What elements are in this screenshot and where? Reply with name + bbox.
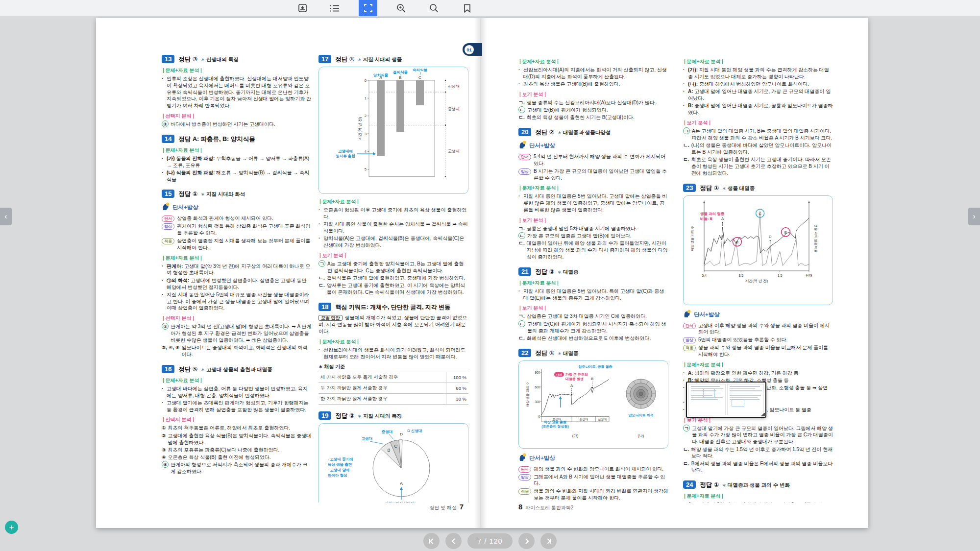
choice-mark: ㄱ.	[518, 99, 525, 106]
clue-idea-heading: 단서+발상	[162, 202, 312, 213]
svg-text:(오존층이 형성됨): (오존층이 형성됨)	[541, 425, 569, 429]
idea-head-icon	[683, 310, 691, 318]
fullscreen-button[interactable]	[359, 0, 377, 16]
prev-page-button[interactable]	[445, 533, 462, 549]
grading-table: 세 가지 까닭을 모두 옳게 서술한 경우100 %두 가지 까닭만 옳게 서술…	[318, 372, 468, 405]
choice-line: ①판게아는 약 3억 년 전(고생대 말)에 형성된 초대륙이다. ➡ A 판게…	[162, 323, 312, 343]
svg-text:B: B	[736, 240, 738, 244]
choice-line: ①최초의 척추동물은 어류로, 해양에서 최초로 출현하였다.	[162, 425, 312, 431]
zoom-in-button[interactable]	[392, 0, 410, 16]
correct-answer-mark: ㄱ	[318, 260, 325, 267]
bullet-text: 오존층이 형성된 이후 고생대 중기에 최초의 육상 생물이 출현하였다.	[323, 207, 468, 220]
topic-label: 생물 대멸종	[728, 185, 755, 192]
bullet-line: ·(가) 동물의 진화 과정: 무척추동물 → 어류 → 양서류 → 파충류(A…	[162, 155, 312, 169]
clue-text: 해양 생물 과의 수 변화와 암모나이트 화석이 제시되어 있다.	[534, 466, 668, 473]
choice-text: 최초의 육상 생물이 출현한 시기는 B(고생대)이다.	[527, 114, 668, 121]
svg-text:(나): (나)	[638, 433, 644, 438]
clue-text: 그래프에서 A와 B 시기에 일어난 생물 대멸종을 추론할 수 있다.	[534, 474, 668, 487]
analysis-section-label: | 문제+자료 분석 |	[319, 338, 468, 345]
answer-item-header: 20정답 ②∗대멸종과 생물다양성	[518, 128, 668, 137]
search-button[interactable]	[424, 0, 443, 16]
topic-star: ∗	[558, 130, 562, 135]
svg-text:300: 300	[535, 400, 540, 403]
topic-star: ∗	[558, 351, 562, 356]
bullet-dot: ·	[318, 347, 323, 360]
answer-text: 정답 ①	[535, 349, 554, 358]
clue-badge: 발상	[518, 168, 531, 175]
bullet-line: ·(나): 중생대 해양에서 번성하였던 암모나이트 화석이다.	[683, 81, 833, 88]
bookmark-button[interactable]	[458, 0, 476, 16]
clue-line: 단서5.4억 년 전부터 현재까지 해양 생물 과의 수 변화가 제시되어 있다…	[518, 153, 668, 167]
analysis-section-label: | 문제+자료 분석 |	[519, 280, 668, 287]
last-page-button[interactable]	[540, 533, 557, 549]
item-number-badge: 16	[162, 365, 174, 373]
outline-list-button[interactable]	[325, 0, 344, 16]
correct-answer-mark: ㄱ	[683, 425, 690, 431]
topic-label: 대멸종	[563, 350, 579, 357]
bullet-text: B: 중생대 말에 일어난 대멸종 시기로, 공룡과 암모나이트가 멸종하였다.	[688, 102, 833, 116]
footer-label: 자이스토리 통합과학2	[525, 505, 573, 510]
bullet-line: ·(가): 지질 시대 동안 해양 생물 과의 수는 급격하게 감소하는 대멸종…	[683, 67, 833, 80]
thumbnail-resize-handle[interactable]	[761, 412, 765, 416]
list-icon	[330, 4, 340, 12]
chapter-number: 01	[465, 45, 474, 54]
download-button[interactable]	[293, 0, 312, 16]
svg-text:C: C	[394, 444, 398, 449]
choice-section-label: | 선택지 분석 |	[163, 315, 312, 322]
svg-text:2: 2	[365, 114, 367, 118]
model-answer: 모범 답안생물체의 개체수가 적었고, 생물에 단단한 골격이 없었으며, 지각…	[318, 314, 468, 335]
svg-text:판게아 형성: 판게아 형성	[328, 473, 347, 478]
table-cell-percent: 100 %	[446, 372, 468, 383]
bullet-text: (나) 식물의 진화 과정: 해조류 → 양치식물(B) → 겉씨식물 → 속씨…	[167, 169, 312, 183]
topic-star: ∗	[201, 192, 205, 197]
item-number-badge: 24	[683, 480, 696, 489]
extinction-rate-chart: 5.43.51.5현재시간(억 년 전)해양 생물 과의 수생물 과의 멸종 비…	[686, 197, 830, 301]
prev-spread-arrow[interactable]: ‹	[0, 208, 12, 225]
clue-line: 단서삼엽충 화석과 판게아 형성이 제시되어 있다.	[162, 215, 312, 222]
choice-mark: ㄷ.	[518, 114, 525, 121]
choice-mark: ㄴ.	[683, 142, 689, 156]
clue-text: 판게아가 형성된 것을 통해 삼엽충 화석은 고생대 표준 화석임을 추론할 수…	[177, 223, 312, 237]
clue-line: 발상5번의 대멸종이 있었음을 추론할 수 있다.	[683, 336, 833, 343]
svg-text:· 고생대 중기에: · 고생대 중기에	[328, 457, 353, 461]
answer-text: 정답 ①	[700, 481, 719, 489]
clue-line: 발상그래프에서 A와 B 시기에 일어난 생물 대멸종을 추론할 수 있다.	[518, 474, 668, 487]
bullet-dot: ·	[162, 277, 167, 291]
item-number-badge: 19	[318, 411, 331, 420]
svg-text:900: 900	[535, 370, 540, 374]
choice-line: ㄷ.최초의 육상 생물이 출현한 시기는 B(고생대)이다.	[518, 114, 668, 121]
correct-answer-mark: ㄴ	[518, 106, 525, 113]
item-number-badge: 23	[683, 184, 696, 192]
clue-text: 5번의 대멸종이 있었음을 추론할 수 있다.	[698, 336, 833, 343]
bullet-text: (나): 중생대 해양에서 번성하였던 암모나이트 화석이다.	[688, 81, 833, 88]
svg-text:암모나이트, 공룡 멸종: 암모나이트, 공룡 멸종	[579, 365, 612, 369]
search-icon	[429, 3, 439, 13]
choice-section-label: | 보기 분석 |	[684, 120, 833, 126]
choice-line: ㄴ고생대 말(C)에 판게아가 형성되면서 서식지가 축소되어 해양 생물의 종…	[518, 321, 668, 335]
next-spread-arrow[interactable]: ›	[968, 208, 980, 225]
clue-badge: 단서	[518, 466, 531, 473]
choice-line: ㄷ.B에서의 생물 과의 멸종 비율은 E에서의 생물 과의 멸종 비율보다 낮…	[683, 460, 833, 474]
answer-item-header: 13정답 ③∗신생대의 특징	[162, 55, 312, 64]
left-page-column-2: 17정답 ①∗지질 시대의 생물012345시간(억 년 전)신생대중생대고생대…	[318, 55, 468, 503]
answer-item-header: 14정답 A: 파충류, B: 양치식물	[162, 135, 312, 144]
choice-text: 양서류는 고생대 중기에 출현하였고, 이 시기에 육상에는 양치식물이 존재하…	[327, 282, 468, 296]
bullet-line: ·지질 시대 동안 일어난 5번의 대규모 멸종 사건을 생물 대멸종이라고 한…	[162, 291, 312, 311]
bullet-text: 지질 시대 동안 대멸종은 5번 일어났다. 특히 고생대 말(C)과 중생대 …	[523, 288, 668, 302]
next-page-button[interactable]	[518, 533, 535, 549]
page-navigation: 7 / 120	[0, 531, 980, 551]
choice-line: ㄷ.화폐석은 신생대에 번성하였으므로 E 이후에 번성하였다.	[518, 335, 668, 342]
table-cell-criteria: 세 가지 까닭을 모두 옳게 서술한 경우	[318, 372, 446, 383]
table-cell-percent: 30 %	[446, 394, 468, 404]
answer-item-header: 19정답 ②∗지질 시대의 특징	[318, 411, 468, 420]
choice-text: (나)의 생물은 중생대에 바다에 살았던 암모나이트이다. 암모나이트는 B …	[691, 142, 833, 156]
preview-thumbnail[interactable]	[686, 382, 766, 418]
choice-mark: ㄴ.	[318, 275, 325, 282]
bullet-text: (가) 동물의 진화 과정: 무척추동물 → 어류 → 양서류 → 파충류(A)…	[167, 155, 312, 169]
page-indicator[interactable]: 7 / 120	[467, 533, 513, 549]
first-page-button[interactable]	[423, 533, 440, 549]
svg-text:신생대: 신생대	[411, 429, 422, 433]
bullet-dot: ·	[683, 88, 688, 102]
bullet-text: A: 고생대 말 3차 대멸종이 일어난 시기로, 삼엽충을 비롯한 많은 해양…	[688, 501, 833, 503]
choice-line: ③최초의 포유류는 파충류(C)보다 나중에 출현하였다.	[162, 447, 312, 454]
